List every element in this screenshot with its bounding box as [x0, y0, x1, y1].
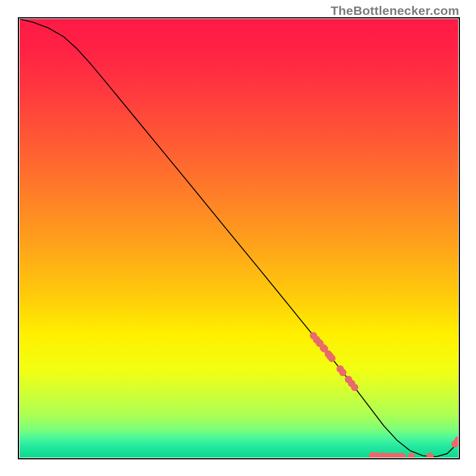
svg-rect-0 — [18, 18, 459, 459]
chart-stage: TheBottlenecker.com — [0, 0, 476, 476]
plot-frame — [0, 0, 476, 476]
watermark-text: TheBottlenecker.com — [331, 4, 459, 18]
